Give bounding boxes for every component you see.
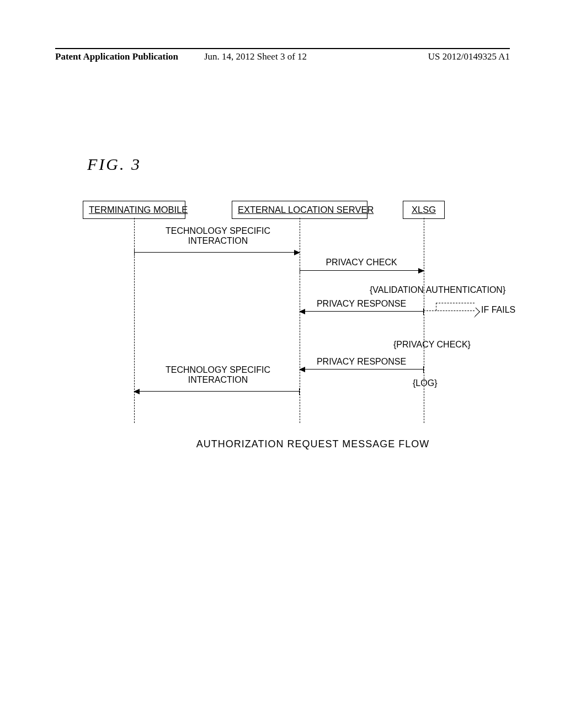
fail-arrow-v: [436, 303, 436, 311]
header-left: Patent Application Publication: [55, 51, 178, 62]
msg-tech-specific-2-label: TECHNOLOGY SPECIFIC INTERACTION: [149, 365, 287, 385]
figure-label: FIG. 3: [87, 155, 141, 174]
arrow-tech-specific-1: [134, 252, 300, 253]
arrow-privacy-response-2: [300, 369, 424, 370]
page: Patent Application Publication Jun. 14, …: [0, 0, 565, 728]
fail-arrow-h-top: [436, 303, 475, 303]
msg-tech-specific-1-label: TECHNOLOGY SPECIFIC INTERACTION: [149, 226, 287, 246]
lifeline-xlsg: [424, 218, 424, 423]
note-log: {LOG}: [413, 378, 437, 388]
participant-external-location-server: EXTERNAL LOCATION SERVER: [232, 201, 367, 219]
arrow-tech-specific-2: [134, 391, 300, 392]
sequence-diagram: TERMINATING MOBILE EXTERNAL LOCATION SER…: [83, 201, 494, 427]
header-right: US 2012/0149325 A1: [428, 51, 510, 62]
note-validation-auth: {VALIDATION AUTHENTICATION}: [370, 285, 505, 295]
fail-arrow-h-bottom: [424, 311, 475, 311]
participant-terminating-mobile: TERMINATING MOBILE: [83, 201, 185, 219]
msg-privacy-response-2-label: PRIVACY RESPONSE: [301, 357, 422, 367]
lifeline-external-location-server: [300, 218, 300, 423]
msg-privacy-response-1-label: PRIVACY RESPONSE: [301, 299, 422, 309]
header-rule: [55, 48, 510, 49]
arrow-privacy-response-1: [300, 311, 424, 312]
msg-privacy-check-label: PRIVACY CHECK: [301, 258, 422, 267]
note-if-fails: IF FAILS: [481, 305, 515, 315]
participant-xlsg: XLSG: [403, 201, 445, 219]
note-privacy-check-2: {PRIVACY CHECK}: [393, 340, 471, 350]
arrow-privacy-check: [300, 270, 424, 271]
header-mid: Jun. 14, 2012 Sheet 3 of 12: [204, 51, 307, 62]
diagram-caption: AUTHORIZATION REQUEST MESSAGE FLOW: [166, 438, 460, 450]
